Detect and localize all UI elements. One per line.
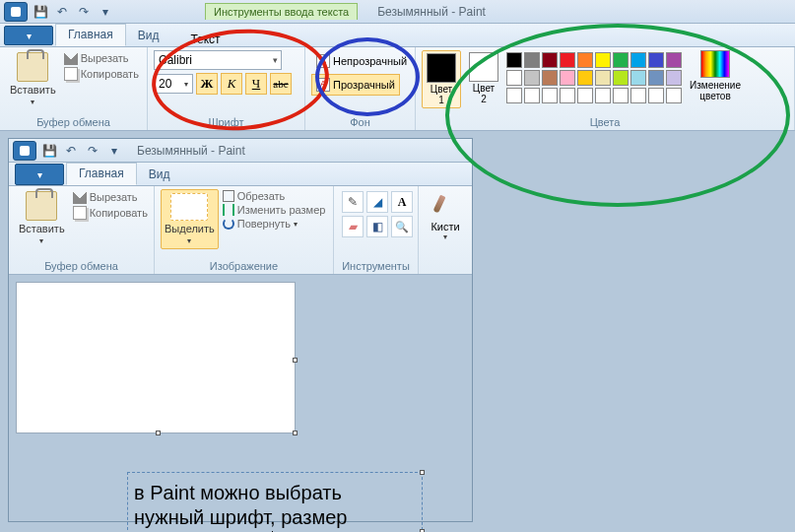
qat-undo-icon[interactable]: ↶ xyxy=(52,2,72,22)
paste-button[interactable]: Вставить ▾ xyxy=(15,189,69,247)
palette-swatch[interactable] xyxy=(524,88,540,103)
palette-swatch[interactable] xyxy=(577,88,593,103)
qat-customize-icon[interactable]: ▾ xyxy=(104,141,124,161)
crop-button[interactable]: Обрезать xyxy=(223,189,326,203)
textbox-handle[interactable] xyxy=(420,470,425,475)
chevron-down-icon: ▾ xyxy=(39,236,43,245)
cut-button[interactable]: Вырезать xyxy=(64,50,139,66)
palette-swatch[interactable] xyxy=(560,52,575,68)
palette-swatch[interactable] xyxy=(595,88,611,103)
chevron-down-icon: ▾ xyxy=(184,80,188,89)
text-input-box[interactable]: в Paint можно выбрать нужный шрифт, разм… xyxy=(127,472,423,532)
inner-ribbon-tabs: ▾ Главная Вид xyxy=(9,163,472,186)
tab-view[interactable]: Вид xyxy=(126,26,171,46)
resize-button[interactable]: Изменить размер xyxy=(223,203,326,217)
transparent-label: Прозрачный xyxy=(333,79,395,91)
palette-swatch[interactable] xyxy=(577,70,593,86)
qat-save-icon[interactable]: 💾 xyxy=(39,141,59,161)
paste-label: Вставить xyxy=(10,84,56,96)
opaque-button[interactable]: Непрозрачный xyxy=(311,50,412,72)
fill-tool[interactable] xyxy=(366,191,388,213)
brushes-button[interactable]: Кисти ▾ xyxy=(425,189,466,243)
palette-swatch[interactable] xyxy=(630,88,646,103)
edit-colors-button[interactable]: Изменение цветов xyxy=(686,50,745,101)
color1-button[interactable]: Цвет 1 xyxy=(422,50,461,108)
tab-home[interactable]: Главная xyxy=(55,24,126,46)
cut-label: Вырезать xyxy=(81,52,129,64)
palette-swatch[interactable] xyxy=(542,70,558,86)
copy-button[interactable]: Копировать xyxy=(64,66,139,82)
font-size-combo[interactable]: 20 ▾ xyxy=(154,74,193,94)
text-subtab[interactable]: Текст xyxy=(190,33,220,46)
resize-handle-corner[interactable] xyxy=(293,431,298,435)
color2-button[interactable]: Цвет 2 xyxy=(465,50,502,106)
palette-swatch[interactable] xyxy=(542,88,558,103)
qat-redo-icon[interactable]: ↷ xyxy=(74,2,94,22)
text-tools-context-tab[interactable]: Инструменты ввода текста xyxy=(205,3,358,20)
file-tab[interactable]: ▾ xyxy=(4,26,53,45)
paste-label: Вставить xyxy=(19,223,65,234)
palette-swatch[interactable] xyxy=(560,88,575,103)
strike-button[interactable]: abc xyxy=(270,73,292,95)
underline-button[interactable]: Ч xyxy=(245,73,267,95)
textbox-handle[interactable] xyxy=(420,529,425,533)
text-tool[interactable]: A xyxy=(391,191,413,213)
rotate-button[interactable]: Повернуть ▾ xyxy=(223,217,326,231)
canvas[interactable] xyxy=(17,283,295,432)
tab-home[interactable]: Главная xyxy=(66,163,137,185)
palette-swatch[interactable] xyxy=(506,70,522,86)
clipboard-icon xyxy=(17,52,48,82)
tools-group-label: Инструменты xyxy=(340,259,412,274)
resize-handle-bottom[interactable] xyxy=(156,431,161,435)
palette-swatch[interactable] xyxy=(595,52,611,68)
palette-swatch[interactable] xyxy=(613,70,629,86)
qat-save-icon[interactable]: 💾 xyxy=(31,2,50,22)
cut-label: Вырезать xyxy=(90,191,138,203)
qat-customize-icon[interactable]: ▾ xyxy=(96,2,115,22)
eraser-tool[interactable] xyxy=(342,216,364,237)
palette-swatch[interactable] xyxy=(595,70,611,86)
magnifier-tool[interactable] xyxy=(391,216,413,237)
tab-view[interactable]: Вид xyxy=(137,165,182,185)
cut-button[interactable]: Вырезать xyxy=(73,189,148,205)
color-picker-tool[interactable] xyxy=(366,216,388,237)
system-menu-icon[interactable] xyxy=(4,2,28,22)
canvas-area[interactable]: в Paint можно выбрать нужный шрифт, разм… xyxy=(9,275,472,521)
paste-button[interactable]: Вставить ▾ xyxy=(6,50,60,108)
palette-swatch[interactable] xyxy=(524,70,540,86)
group-colors: Цвет 1 Цвет 2 Изменение цветов Цвета xyxy=(416,47,795,130)
palette-swatch[interactable] xyxy=(666,52,682,68)
palette-swatch[interactable] xyxy=(666,88,682,103)
palette-swatch[interactable] xyxy=(506,52,522,68)
italic-button[interactable]: К xyxy=(221,73,242,95)
pencil-tool[interactable] xyxy=(342,191,364,213)
palette-swatch[interactable] xyxy=(560,70,575,86)
transparent-button[interactable]: Прозрачный xyxy=(311,74,400,96)
palette-swatch[interactable] xyxy=(648,88,664,103)
qat-undo-icon[interactable]: ↶ xyxy=(61,141,81,161)
select-button[interactable]: Выделить ▾ xyxy=(161,189,219,249)
palette-swatch[interactable] xyxy=(542,52,558,68)
palette-swatch[interactable] xyxy=(577,52,593,68)
font-group-label: Шрифт xyxy=(154,115,298,130)
qat-redo-icon[interactable]: ↷ xyxy=(83,141,102,161)
outer-ribbon: Вставить ▾ Вырезать Копировать Буфер обм… xyxy=(0,47,795,131)
file-tab[interactable]: ▾ xyxy=(15,164,64,185)
palette-swatch[interactable] xyxy=(613,52,629,68)
clipboard-group-label: Буфер обмена xyxy=(6,115,141,130)
resize-handle-right[interactable] xyxy=(293,358,298,363)
palette-swatch[interactable] xyxy=(648,52,664,68)
palette-swatch[interactable] xyxy=(648,70,664,86)
color2-swatch xyxy=(469,52,498,82)
palette-swatch[interactable] xyxy=(506,88,522,103)
palette-swatch[interactable] xyxy=(524,52,540,68)
palette-swatch[interactable] xyxy=(630,52,646,68)
font-family-combo[interactable]: Calibri ▾ xyxy=(154,50,282,70)
tool-grid: A xyxy=(340,189,415,239)
palette-swatch[interactable] xyxy=(666,70,682,86)
bold-button[interactable]: Ж xyxy=(196,73,218,95)
palette-swatch[interactable] xyxy=(630,70,646,86)
system-menu-icon[interactable] xyxy=(13,141,36,161)
palette-swatch[interactable] xyxy=(613,88,629,103)
copy-button[interactable]: Копировать xyxy=(73,205,148,221)
